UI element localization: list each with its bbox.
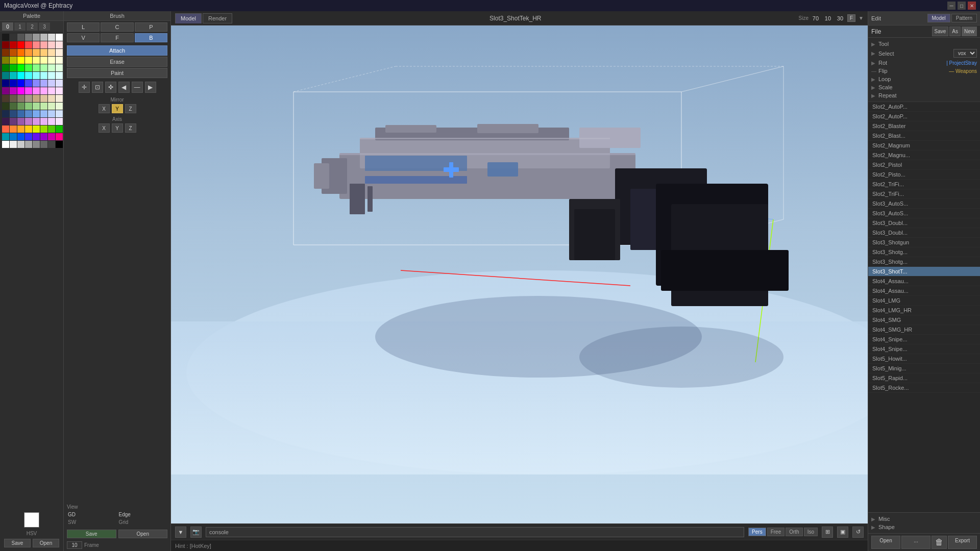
model-list-item-1[interactable]: Slot2_AutoP... — [868, 112, 980, 121]
color-cell-34[interactable] — [17, 64, 24, 71]
model-list-item-2[interactable]: Slot2_Blaster — [868, 121, 980, 131]
model-list-item-18[interactable]: Slot4_Assau... — [868, 277, 980, 286]
color-cell-104[interactable] — [2, 133, 9, 140]
color-cell-92[interactable] — [33, 118, 40, 125]
color-cell-119[interactable] — [56, 141, 63, 148]
color-cell-50[interactable] — [17, 80, 24, 87]
color-cell-68[interactable] — [33, 95, 40, 102]
color-cell-18[interactable] — [17, 49, 24, 56]
color-cell-44[interactable] — [33, 72, 40, 79]
view-mode-orth[interactable]: Orth — [786, 528, 802, 536]
palette-num-2[interactable]: 2 — [27, 22, 38, 31]
color-cell-72[interactable] — [2, 103, 9, 110]
color-cell-85[interactable] — [40, 110, 47, 117]
color-cell-10[interactable] — [17, 41, 24, 48]
color-cell-84[interactable] — [33, 110, 40, 117]
camera-button[interactable]: 📷 — [190, 527, 202, 538]
color-cell-91[interactable] — [25, 118, 32, 125]
save-file-button[interactable]: Save — [932, 27, 949, 36]
close-button[interactable]: ✕ — [968, 2, 976, 10]
model-list-item-3[interactable]: Slot2_Blast... — [868, 131, 980, 141]
rotate-icon[interactable]: ↺ — [852, 527, 864, 538]
color-cell-101[interactable] — [40, 126, 47, 133]
color-cell-39[interactable] — [56, 64, 63, 71]
color-cell-7[interactable] — [56, 34, 63, 41]
minimize-button[interactable]: ─ — [947, 2, 955, 10]
color-cell-15[interactable] — [56, 41, 63, 48]
transform-icon[interactable]: ✜ — [105, 82, 116, 93]
color-cell-117[interactable] — [40, 141, 47, 148]
color-cell-75[interactable] — [25, 103, 32, 110]
brush-mode-l[interactable]: L — [67, 22, 100, 32]
model-list-item-11[interactable]: Slot3_AutoS... — [868, 209, 980, 218]
model-list-item-20[interactable]: Slot4_LMG — [868, 296, 980, 306]
palette-open-button[interactable]: Open — [33, 539, 59, 547]
select-rect-icon[interactable]: ⊡ — [92, 82, 103, 93]
brush-type-v[interactable]: V — [67, 33, 100, 42]
open-model-button[interactable]: Open — [871, 536, 900, 549]
paint-button[interactable]: Paint — [67, 68, 167, 78]
color-cell-28[interactable] — [33, 57, 40, 64]
color-cell-25[interactable] — [10, 57, 17, 64]
color-cell-83[interactable] — [25, 110, 32, 117]
color-cell-37[interactable] — [40, 64, 47, 71]
color-cell-96[interactable] — [2, 126, 9, 133]
color-cell-11[interactable] — [25, 41, 32, 48]
view-mode-free[interactable]: Free — [767, 528, 785, 536]
model-list-item-8[interactable]: Slot2_TriFi... — [868, 180, 980, 189]
model-list-item-6[interactable]: Slot2_Pistol — [868, 160, 980, 170]
color-cell-66[interactable] — [17, 95, 24, 102]
color-cell-31[interactable] — [56, 57, 63, 64]
color-cell-61[interactable] — [40, 87, 47, 94]
brush-mode-p[interactable]: P — [135, 22, 167, 32]
move-icon[interactable]: ✛ — [79, 82, 90, 93]
model-list-item-16[interactable]: Slot3_Shotg... — [868, 257, 980, 267]
console-input[interactable] — [206, 527, 744, 537]
palette-num-3[interactable]: 3 — [39, 22, 50, 31]
color-cell-74[interactable] — [17, 103, 24, 110]
color-cell-100[interactable] — [33, 126, 40, 133]
palette-save-button[interactable]: Save — [4, 539, 31, 547]
model-list-item-26[interactable]: Slot5_Howit... — [868, 354, 980, 364]
axis-z-button[interactable]: Z — [125, 123, 136, 133]
brush-mode-c[interactable]: C — [101, 22, 133, 32]
axis-y-button[interactable]: Y — [112, 123, 123, 133]
color-cell-77[interactable] — [40, 103, 47, 110]
model-list-item-17[interactable]: Slot3_ShotT... — [868, 267, 980, 277]
color-cell-60[interactable] — [33, 87, 40, 94]
color-cell-59[interactable] — [25, 87, 32, 94]
dropdown-button[interactable]: ▼ — [175, 527, 186, 538]
model-list-item-4[interactable]: Slot2_Magnum — [868, 141, 980, 151]
color-cell-49[interactable] — [10, 80, 17, 87]
color-cell-114[interactable] — [17, 141, 24, 148]
color-cell-98[interactable] — [17, 126, 24, 133]
model-list-item-27[interactable]: Slot5_Minig... — [868, 364, 980, 373]
color-cell-106[interactable] — [17, 133, 24, 140]
color-cell-116[interactable] — [33, 141, 40, 148]
color-cell-45[interactable] — [40, 72, 47, 79]
brush-type-b[interactable]: B — [135, 33, 167, 42]
color-cell-108[interactable] — [33, 133, 40, 140]
color-cell-64[interactable] — [2, 95, 9, 102]
color-cell-107[interactable] — [25, 133, 32, 140]
tab-pattern[interactable]: Pattern — [951, 14, 977, 22]
color-cell-26[interactable] — [17, 57, 24, 64]
palette-num-1[interactable]: 1 — [14, 22, 26, 31]
delete-button[interactable]: 🗑 — [932, 536, 947, 549]
model-list-item-15[interactable]: Slot3_Shotg... — [868, 247, 980, 257]
color-cell-70[interactable] — [48, 95, 55, 102]
color-cell-76[interactable] — [33, 103, 40, 110]
color-cell-86[interactable] — [48, 110, 55, 117]
color-cell-110[interactable] — [48, 133, 55, 140]
model-list-item-7[interactable]: Slot2_Pisto... — [868, 170, 980, 180]
model-list-item-21[interactable]: Slot4_LMG_HR — [868, 306, 980, 315]
display-icon[interactable]: ▣ — [837, 527, 848, 538]
color-cell-88[interactable] — [2, 118, 9, 125]
color-cell-0[interactable] — [2, 34, 9, 41]
color-cell-41[interactable] — [10, 72, 17, 79]
color-cell-6[interactable] — [48, 34, 55, 41]
color-cell-54[interactable] — [48, 80, 55, 87]
color-cell-79[interactable] — [56, 103, 63, 110]
model-list-item-19[interactable]: Slot4_Assau... — [868, 286, 980, 296]
color-cell-32[interactable] — [2, 64, 9, 71]
